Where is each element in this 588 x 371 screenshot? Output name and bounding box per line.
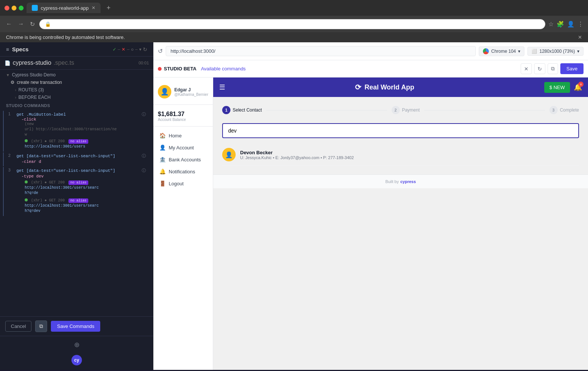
cmd-action-2: -clear d — [16, 159, 41, 164]
rwa-main: ☰ ⟳ Real World App $ NEW 🔔 8 — [213, 77, 588, 370]
routes-arrow: › — [15, 88, 16, 92]
notifications-icon: 🔔 — [159, 168, 166, 174]
sidebar-title: Specs — [12, 46, 28, 52]
xhr-indicator-3a — [25, 180, 28, 183]
bookmark-icon[interactable]: ☆ — [548, 21, 554, 28]
nav-bank-accounts[interactable]: 🏦 Bank Accounts — [153, 153, 213, 165]
step-1-circle: 1 — [222, 106, 230, 114]
runner-reload-icon[interactable]: ↺ — [158, 48, 163, 55]
close-traffic-light[interactable] — [4, 6, 9, 10]
browser-tab[interactable]: cypress-realworld-app ✕ — [27, 3, 101, 13]
test-bullet-icon: ⚙ — [10, 80, 15, 85]
banner-close-icon[interactable]: ✕ — [578, 34, 582, 40]
maximize-traffic-light[interactable] — [19, 6, 24, 10]
user-list-search-input[interactable]: dev — [222, 123, 579, 138]
notifications-bell[interactable]: 🔔 8 — [574, 83, 582, 91]
cypress-logo-icon: cy — [71, 355, 82, 365]
back-button[interactable]: ← — [4, 19, 13, 29]
step-3: 3 Complete — [549, 106, 579, 114]
nav-home[interactable]: 🏠 Home — [153, 130, 213, 142]
reload-button[interactable]: ↻ — [28, 19, 36, 29]
specs-icon: ≡ — [6, 46, 9, 52]
browser-titlebar: cypress-realworld-app ✕ + — [0, 0, 588, 16]
cmd-info-icon-2[interactable]: ⓘ — [142, 153, 146, 159]
refresh-button[interactable]: ↻ — [143, 46, 147, 52]
test-item[interactable]: ⚙ create new transaction — [0, 79, 153, 86]
logout-icon: 🚪 — [159, 180, 166, 186]
logout-label: Logout — [169, 181, 184, 186]
save-commands-button[interactable]: Save Commands — [51, 321, 100, 332]
command-block-3: 3 get [data-test="user-list-search-input… — [3, 167, 150, 216]
rwa-sidebar: 👤 Edgar J @Katharina_Bernier $1,681.37 A… — [153, 77, 213, 370]
cmd-info-icon-1[interactable]: ⓘ — [142, 112, 146, 117]
my-account-label: My Account — [169, 145, 194, 150]
xhr-indicator-1 — [25, 139, 28, 142]
before-each-item[interactable]: › BEFORE EACH — [0, 94, 153, 101]
studio-clipboard-button[interactable]: ⧉ — [548, 63, 558, 74]
suite-item[interactable]: ▼ Cypress Studio Demo — [0, 71, 153, 79]
balance-amount: $1,681.37 — [158, 111, 208, 118]
chrome-icon — [483, 48, 489, 54]
cypress-sidebar: ≡ Specs ✓ – ✕ – ○ – ▾ ↻ 📄 cypress-studio… — [0, 42, 153, 370]
viewport-icon: ⬜ — [532, 49, 537, 54]
url-input[interactable]: localhost:3000/__/#/specs/runner?file=cy… — [53, 21, 540, 27]
nav-my-account[interactable]: 👤 My Account — [153, 142, 213, 153]
bank-icon: 🏦 — [159, 156, 166, 162]
rwa-nav: 🏠 Home 👤 My Account 🏦 Bank Accounts — [153, 130, 213, 189]
profile-icon[interactable]: 👤 — [567, 21, 575, 28]
chrome-badge[interactable]: Chrome 104 ▾ — [479, 46, 524, 56]
dropdown-button[interactable]: ▾ — [139, 47, 141, 52]
spec-file-header: 📄 cypress-studio .spec.ts 00:01 — [0, 57, 153, 70]
viewport-badge[interactable]: ⬜ 1280x1000 (73%) ▾ — [527, 47, 584, 56]
cross-icon: ✕ — [122, 47, 125, 52]
cmd-num-3: 3 — [8, 168, 14, 172]
studio-commands-header: STUDIO COMMANDS — [0, 101, 153, 110]
address-bar[interactable]: 🔒 localhost:3000/__/#/specs/runner?file=… — [39, 19, 545, 29]
step-line-1 — [266, 110, 387, 110]
new-tab-button[interactable]: + — [104, 4, 114, 12]
user-name: Edgar J — [174, 87, 208, 92]
studio-save-button[interactable]: Save — [560, 63, 584, 74]
spec-name: cypress-studio — [13, 60, 51, 66]
xhr-url-1: http://localhost:3001/users — [25, 145, 85, 149]
viewport-dropdown-icon: ▾ — [577, 49, 579, 54]
extension-icon[interactable]: 🧩 — [557, 21, 564, 28]
cypress-runner: ↺ http://localhost:3000/ Chrome 104 ▾ ⬜ … — [153, 42, 588, 370]
step-3-label: Complete — [560, 107, 579, 113]
studio-label: STUDIO BETA — [164, 66, 196, 72]
menu-icon[interactable]: ⋮ — [578, 21, 584, 28]
user-handle: @Katharina_Bernier — [174, 92, 208, 97]
tab-close-icon[interactable]: ✕ — [92, 5, 95, 10]
hamburger-icon[interactable]: ☰ — [219, 83, 225, 91]
studio-commands-title: STUDIO COMMANDS — [6, 103, 50, 108]
sidebar-header: ≡ Specs ✓ – ✕ – ○ – ▾ ↻ — [0, 42, 153, 57]
command-block-2: 2 get [data-test="user-list-search-input… — [3, 152, 150, 166]
available-commands-link[interactable]: Available commands — [201, 66, 246, 72]
browser-toolbar: ← → ↻ 🔒 localhost:3000/__/#/specs/runner… — [0, 16, 588, 32]
rwa-topbar: ☰ ⟳ Real World App $ NEW 🔔 8 — [213, 77, 588, 97]
brand-name: Real World App — [364, 83, 414, 91]
step-2-label: Payment — [402, 107, 420, 113]
browser-chrome: cypress-realworld-app ✕ + ← → ↻ 🔒 localh… — [0, 0, 588, 42]
copy-icon: ⧉ — [39, 323, 43, 329]
cmd-action-1: -click — [16, 117, 36, 122]
cmd-info-icon-3[interactable]: ⓘ — [142, 168, 146, 173]
cancel-button[interactable]: Cancel — [5, 321, 31, 332]
forward-button[interactable]: → — [16, 19, 25, 29]
copy-button[interactable]: ⧉ — [35, 320, 47, 332]
contact-info: Devon Becker U: Jessyca.Kuhic • E: Jordy… — [240, 150, 354, 160]
crosshair-icon[interactable]: ⊕ — [74, 341, 80, 349]
automated-banner: Chrome is being controlled by automated … — [0, 32, 588, 42]
new-transaction-button[interactable]: $ NEW — [544, 82, 570, 93]
routes-item[interactable]: › ROUTES (3) — [0, 86, 153, 94]
viewport-label: 1280x1000 (73%) — [539, 49, 575, 54]
runner-url-bar[interactable]: http://localhost:3000/ — [166, 46, 476, 56]
step-3-circle: 3 — [549, 106, 558, 114]
nav-notifications[interactable]: 🔔 Notifications — [153, 165, 213, 177]
minimize-traffic-light[interactable] — [12, 6, 16, 10]
studio-close-button[interactable]: ✕ — [521, 63, 532, 74]
balance-section: $1,681.37 Account Balance — [153, 108, 213, 127]
nav-logout[interactable]: 🚪 Logout — [153, 177, 213, 189]
studio-refresh-button[interactable]: ↻ — [534, 63, 545, 74]
contact-result[interactable]: 👤 Devon Becker U: Jessyca.Kuhic • E: Jor… — [222, 144, 579, 165]
